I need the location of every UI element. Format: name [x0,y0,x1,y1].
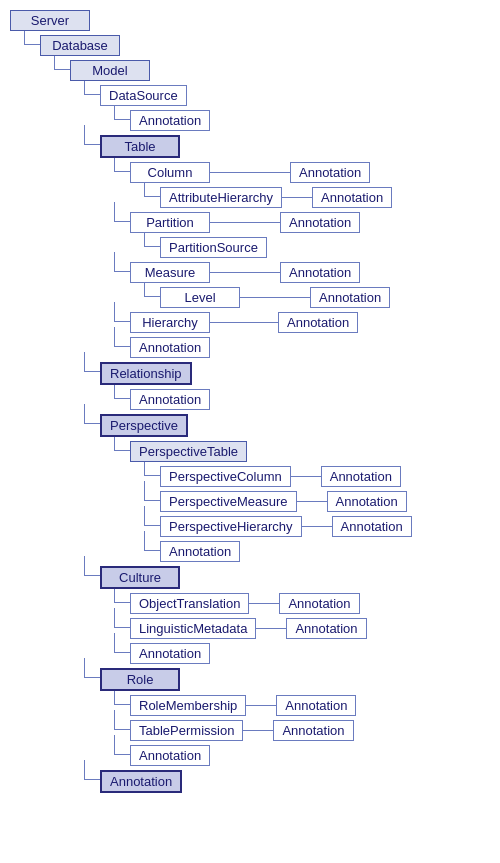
tablepermission-annotation-connector: Annotation [243,720,353,741]
datasource-node: DataSource [100,85,187,106]
annotation-pt-row: Annotation [80,541,490,562]
hierarchy-row: Hierarchy Annotation [66,312,490,333]
annotation-model-node: Annotation [100,770,182,793]
level-row: Level Annotation [80,287,490,308]
branch-culture-lm [114,608,130,628]
annotation-ds-row: Annotation [66,110,490,131]
perspectivecolumn-node: PerspectiveColumn [160,466,291,487]
level-annotation-node: Annotation [310,287,390,308]
rolemembership-row: RoleMembership Annotation [66,695,490,716]
tree-container: Server Database Model DataSource Annotat… [0,0,500,817]
perspectivecolumn-annotation-node: Annotation [321,466,401,487]
table-node: Table [100,135,180,158]
role-row: Role [52,668,490,691]
branch-role-ann [114,735,130,755]
annotation-culture-row: Annotation [66,643,490,664]
perspectivehierarchy-node: PerspectiveHierarchy [160,516,302,537]
annotation-table-row: Annotation [66,337,490,358]
branch-role-tp [114,710,130,730]
linguisticmetadata-annotation-connector: Annotation [256,618,366,639]
hierarchy-annotation-node: Annotation [278,312,358,333]
attrhierarchy-row: AttributeHierarchy Annotation [80,187,490,208]
perspective-row: Perspective [52,414,490,437]
linguisticmetadata-node: LinguisticMetadata [130,618,256,639]
column-node: Column [130,162,210,183]
perspective-node: Perspective [100,414,188,437]
annotation-rel-node: Annotation [130,389,210,410]
objecttranslation-node: ObjectTranslation [130,593,249,614]
hierarchy-node: Hierarchy [130,312,210,333]
datasource-row: DataSource [52,85,490,106]
attrhierarchy-annotation-node: Annotation [312,187,392,208]
partition-node: Partition [130,212,210,233]
tablepermission-node: TablePermission [130,720,243,741]
branch-pt-pm [144,481,160,501]
database-row: Database [24,35,490,56]
column-annotation-node: Annotation [290,162,370,183]
branch-pt-ph [144,506,160,526]
culture-row: Culture [52,566,490,589]
perspectivetable-node: PerspectiveTable [130,441,247,462]
annotation-rel-row: Annotation [66,389,490,410]
perspectivecolumn-annotation-connector: Annotation [291,466,401,487]
partitionsource-row: PartitionSource [80,237,490,258]
server-row: Server [10,10,490,31]
partition-row: Partition Annotation [66,212,490,233]
attrhierarchy-node: AttributeHierarchy [160,187,282,208]
rolemembership-node: RoleMembership [130,695,246,716]
rolemembership-annotation-node: Annotation [276,695,356,716]
branch-model-relationship [84,352,100,372]
perspectivetable-row: PerspectiveTable [66,441,490,462]
measure-row: Measure Annotation [66,262,490,283]
perspectivehierarchy-row: PerspectiveHierarchy Annotation [80,516,490,537]
level-node: Level [160,287,240,308]
branch-table-measure [114,252,130,272]
linguisticmetadata-annotation-node: Annotation [286,618,366,639]
rolemembership-annotation-connector: Annotation [246,695,356,716]
perspectivecolumn-row: PerspectiveColumn Annotation [80,466,490,487]
partition-annotation-connector: Annotation [210,212,360,233]
model-row: Model [38,60,490,81]
branch-pt-ann [144,531,160,551]
role-node: Role [100,668,180,691]
table-row: Table [52,135,490,158]
tablepermission-row: TablePermission Annotation [66,720,490,741]
partitionsource-node: PartitionSource [160,237,267,258]
annotation-ds-node: Annotation [130,110,210,131]
perspectivemeasure-annotation-node: Annotation [327,491,407,512]
branch-model-role [84,658,100,678]
measure-annotation-connector: Annotation [210,262,360,283]
branch-model-ann [84,760,100,780]
partition-annotation-node: Annotation [280,212,360,233]
branch-model-culture [84,556,100,576]
column-row: Column Annotation [66,162,490,183]
hierarchy-annotation-connector: Annotation [210,312,358,333]
branch-model-table [84,125,100,145]
objecttranslation-annotation-connector: Annotation [249,593,359,614]
perspectivehierarchy-annotation-node: Annotation [332,516,412,537]
column-annotation-connector: Annotation [210,162,370,183]
branch-table-partition [114,202,130,222]
model-node: Model [70,60,150,81]
measure-node: Measure [130,262,210,283]
relationship-node: Relationship [100,362,192,385]
culture-node: Culture [100,566,180,589]
perspectivemeasure-node: PerspectiveMeasure [160,491,297,512]
objecttranslation-row: ObjectTranslation Annotation [66,593,490,614]
server-node: Server [10,10,90,31]
branch-table-ann [114,327,130,347]
tablepermission-annotation-node: Annotation [273,720,353,741]
level-annotation-connector: Annotation [240,287,390,308]
annotation-table-node: Annotation [130,337,210,358]
attrhierarchy-annotation-connector: Annotation [282,187,392,208]
objecttranslation-annotation-node: Annotation [279,593,359,614]
annotation-pt-node: Annotation [160,541,240,562]
branch-culture-ann [114,633,130,653]
annotation-role-row: Annotation [66,745,490,766]
linguisticmetadata-row: LinguisticMetadata Annotation [66,618,490,639]
perspectivehierarchy-annotation-connector: Annotation [302,516,412,537]
annotation-model-row: Annotation [52,770,490,793]
perspectivemeasure-annotation-connector: Annotation [297,491,407,512]
branch-model-perspective [84,404,100,424]
relationship-row: Relationship [52,362,490,385]
